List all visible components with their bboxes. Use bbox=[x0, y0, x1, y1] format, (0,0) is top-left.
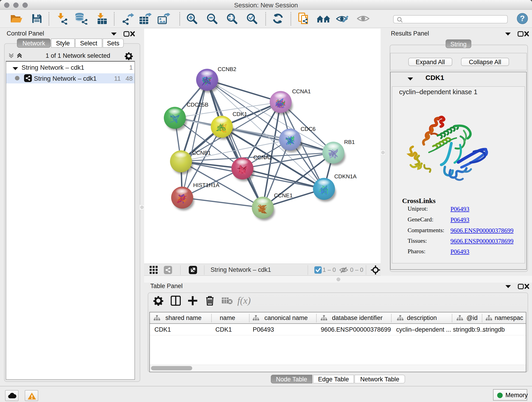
svg-text:CDC25B: CDC25B bbox=[187, 102, 209, 108]
svg-text:HIST1H1A: HIST1H1A bbox=[193, 182, 220, 188]
svg-text:CCNB1: CCNB1 bbox=[192, 150, 211, 156]
svg-text:?: ? bbox=[520, 14, 525, 23]
svg-text:f(x): f(x) bbox=[237, 295, 251, 306]
svg-text:CCNA1: CCNA1 bbox=[292, 89, 311, 95]
svg-text:CDK1: CDK1 bbox=[233, 111, 247, 117]
svg-text:CCNE1: CCNE1 bbox=[274, 192, 293, 199]
svg-text:CCNA2: CCNA2 bbox=[253, 154, 272, 161]
svg-text:RB1: RB1 bbox=[344, 139, 355, 145]
svg-text:CDKN1A: CDKN1A bbox=[334, 173, 356, 180]
svg-text:CCNB2: CCNB2 bbox=[218, 66, 236, 72]
svg-text:CDC6: CDC6 bbox=[301, 126, 316, 132]
